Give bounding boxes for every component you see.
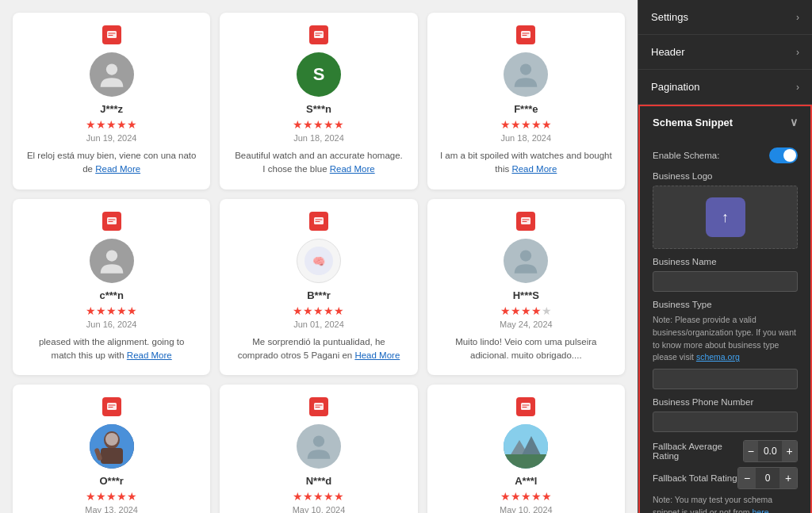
reviewer-name: S***n	[232, 103, 404, 115]
star-rating: ★★★★★	[440, 304, 612, 317]
star-icon: ★	[117, 118, 127, 131]
read-more-link[interactable]: Read More	[330, 164, 375, 174]
fallback-total-decrement[interactable]: −	[738, 468, 756, 488]
schema-snippet-header[interactable]: Schema Snippet ∨	[640, 106, 810, 138]
fallback-avg-label: Fallback Average Rating	[653, 442, 743, 461]
svg-point-11	[520, 250, 531, 261]
star-icon: ★	[511, 304, 521, 317]
svg-rect-0	[107, 31, 117, 38]
here-link[interactable]: here	[752, 507, 768, 513]
fallback-total-increment[interactable]: +	[779, 468, 797, 488]
review-date: May 24, 2024	[440, 320, 612, 329]
star-icon: ★	[86, 118, 96, 131]
star-rating: ★★★★★	[440, 490, 612, 503]
read-more-link[interactable]: Head More	[354, 350, 400, 360]
star-icon: ★	[293, 490, 303, 503]
review-text: pleased with the alignment. going to mat…	[25, 335, 197, 363]
fallback-avg-increment[interactable]: +	[782, 441, 797, 461]
settings-section: Settings ›	[638, 0, 812, 35]
svg-text:🧠: 🧠	[312, 255, 326, 268]
chevron-down-icon: ∨	[790, 116, 798, 128]
read-more-link[interactable]: Read More	[511, 164, 557, 174]
star-icon: ★	[303, 118, 313, 131]
star-rating: ★★★★★	[440, 118, 612, 131]
badge-icon	[520, 29, 531, 40]
review-text: I am a bit spoiled with watches and boug…	[440, 149, 612, 177]
avatar	[504, 424, 548, 469]
pagination-item[interactable]: Pagination ›	[638, 70, 812, 104]
fallback-avg-row: Fallback Average Rating − 0.0 +	[653, 440, 798, 462]
business-type-note: Note: Please provide a valid business/or…	[653, 314, 798, 364]
svg-rect-7	[314, 217, 324, 224]
avatar	[90, 52, 134, 97]
reviewer-name: J***z	[25, 103, 197, 115]
review-card: 🧠 B***r ★★★★★ Jun 01, 2024 Me sorprendió…	[220, 199, 417, 376]
star-icon: ★	[334, 118, 344, 131]
review-card: c***n ★★★★★ Jun 16, 2024 pleased with th…	[13, 199, 210, 376]
fallback-total-label: Fallback Total Rating	[653, 473, 737, 483]
star-icon: ★	[313, 118, 324, 131]
review-card: O***r ★★★★★ May 13, 2024 o relógio entre…	[13, 385, 210, 513]
svg-rect-10	[521, 217, 530, 224]
star-icon: ★	[117, 304, 127, 317]
read-more-link[interactable]: Read More	[95, 164, 140, 174]
star-icon: ★	[106, 304, 117, 317]
reviews-grid: J***z ★★★★★ Jun 19, 2024 El reloj está m…	[13, 13, 625, 513]
pagination-label: Pagination	[651, 81, 699, 93]
star-icon: ★	[303, 304, 313, 317]
star-icon: ★	[127, 490, 137, 503]
review-date: Jun 19, 2024	[25, 133, 197, 143]
review-card: S S***n ★★★★★ Jun 18, 2024 Beautiful wat…	[220, 13, 417, 190]
star-icon: ★	[127, 118, 137, 131]
settings-item[interactable]: Settings ›	[638, 0, 812, 34]
star-icon: ★	[511, 118, 521, 131]
star-icon: ★	[293, 304, 303, 317]
svg-rect-24	[504, 454, 548, 469]
business-type-input[interactable]	[653, 369, 798, 389]
enable-schema-toggle[interactable]	[769, 147, 798, 163]
review-date: May 10, 2024	[232, 505, 404, 513]
star-rating: ★★★★★	[25, 118, 197, 131]
fallback-avg-value: 0.0	[758, 446, 782, 457]
star-icon: ★	[86, 490, 96, 503]
star-icon: ★	[324, 490, 334, 503]
svg-point-16	[105, 433, 118, 446]
read-more-link[interactable]: Read More	[127, 350, 172, 360]
schema-snippet-section: Schema Snippet ∨ Enable Schema: Business…	[638, 105, 812, 513]
badge-icon	[106, 401, 117, 412]
header-section: Header ›	[638, 35, 812, 70]
schema-org-link[interactable]: schema.org	[696, 352, 740, 362]
svg-rect-18	[314, 403, 324, 410]
star-icon: ★	[313, 304, 324, 317]
logo-upload-area[interactable]: ↑	[653, 186, 798, 249]
business-phone-input[interactable]	[653, 412, 798, 432]
avatar	[297, 424, 341, 469]
settings-label: Settings	[651, 11, 688, 23]
review-card: A***l ★★★★★ May 10, 2024 My 3rd Pagani d…	[427, 385, 625, 513]
svg-point-6	[106, 250, 117, 261]
fallback-total-row: Fallback Total Rating − 0 +	[653, 467, 798, 489]
badge-icon	[313, 29, 324, 40]
schema-snippet-label: Schema Snippet	[653, 117, 733, 128]
enable-schema-row: Enable Schema:	[653, 147, 798, 163]
header-item[interactable]: Header ›	[638, 35, 812, 69]
star-rating: ★★★★★	[25, 304, 197, 317]
badge-icon	[520, 401, 531, 412]
star-icon: ★	[500, 118, 511, 131]
star-icon: ★	[86, 304, 96, 317]
svg-rect-5	[107, 217, 117, 224]
fallback-total-value: 0	[756, 473, 779, 484]
business-name-input[interactable]	[653, 271, 798, 292]
star-icon: ★	[521, 490, 531, 503]
star-icon: ★	[521, 304, 531, 317]
avatar: 🧠	[297, 239, 341, 283]
fallback-avg-control: − 0.0 +	[743, 440, 798, 462]
review-text: Me sorprendió la puntualidad, he comprad…	[232, 335, 404, 363]
chevron-right-icon: ›	[796, 82, 799, 93]
svg-point-1	[106, 63, 117, 75]
reviewer-name: B***r	[232, 289, 404, 301]
badge-icon	[520, 216, 531, 227]
avatar	[504, 52, 548, 97]
review-card: N***d ★★★★★ May 10, 2024 Très belle mont…	[220, 385, 417, 513]
fallback-avg-decrement[interactable]: −	[744, 441, 759, 461]
